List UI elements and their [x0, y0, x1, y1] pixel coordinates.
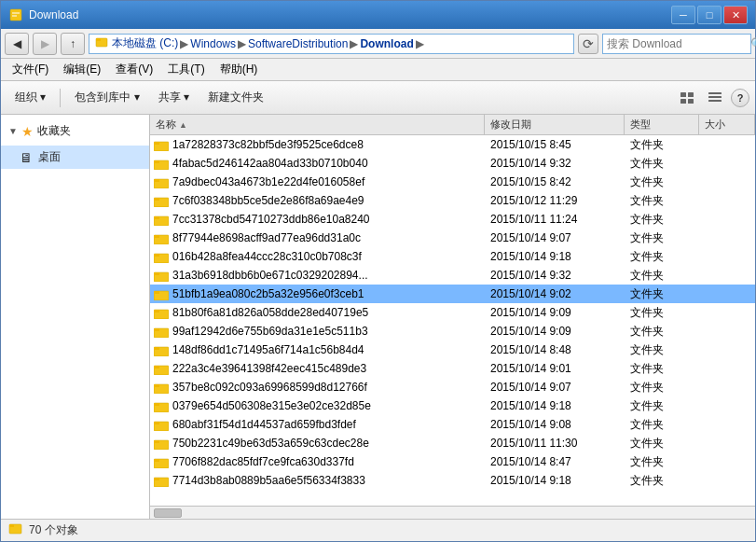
- file-name-text: 750b2231c49be63d53a659c63cdec28e: [172, 437, 369, 450]
- table-row[interactable]: 0379e654d506308e315e3e02ce32d85e 2015/10…: [150, 396, 755, 415]
- file-date-cell: 2015/10/14 9:09: [485, 306, 625, 319]
- close-button[interactable]: ✕: [723, 6, 748, 24]
- organize-button[interactable]: 组织 ▾: [7, 85, 54, 111]
- forward-button[interactable]: ▶: [33, 33, 57, 55]
- search-icon[interactable]: 🔍: [750, 37, 756, 50]
- table-row[interactable]: 1a72828373c82bbf5de3f9525ce6dce8 2015/10…: [150, 135, 755, 154]
- address-bar: ◀ ▶ ↑ 本地磁盘 (C:) ▶ Windows ▶ SoftwareDist…: [1, 29, 755, 59]
- file-date-cell: 2015/10/11 11:30: [485, 437, 625, 450]
- minimize-button[interactable]: ─: [671, 6, 695, 24]
- search-box[interactable]: 🔍: [602, 34, 751, 54]
- file-name-text: 0379e654d506308e315e3e02ce32d85e: [172, 399, 371, 412]
- folder-icon: [154, 455, 169, 468]
- table-row[interactable]: 7706f882dac85fdf7ce9fca630d337fd 2015/10…: [150, 452, 755, 471]
- col-header-type[interactable]: 类型: [625, 115, 699, 134]
- file-name-cell: 8f77944e8698acff9ad77ea96dd31a0c: [150, 231, 485, 244]
- file-type-cell: 文件夹: [625, 473, 699, 489]
- favorites-section: ▼ ★ 收藏夹: [1, 120, 149, 142]
- table-row[interactable]: 7a9dbec043a4673b1e22d4fe016058ef 2015/10…: [150, 173, 755, 191]
- table-row[interactable]: 7714d3b8ab0889b5aa6e5f56334f3833 2015/10…: [150, 471, 755, 490]
- folder-icon: [154, 325, 169, 338]
- maximize-button[interactable]: □: [697, 6, 722, 24]
- table-row[interactable]: 31a3b6918dbb6b0e671c0329202894... 2015/1…: [150, 266, 755, 285]
- sidebar-item-desktop[interactable]: 🖥 桌面: [1, 146, 149, 169]
- file-type-cell: 文件夹: [625, 454, 699, 470]
- menu-edit[interactable]: 编辑(E): [56, 60, 108, 79]
- table-row[interactable]: 81b80f6a81d826a058dde28ed40719e5 2015/10…: [150, 303, 755, 322]
- folder-icon: [154, 474, 169, 487]
- svg-rect-7: [708, 92, 722, 94]
- explorer-window: Download ─ □ ✕ ◀ ▶ ↑ 本地磁盘 (C:) ▶ Windows…: [0, 0, 756, 542]
- folder-icon: [154, 231, 169, 244]
- back-button[interactable]: ◀: [5, 33, 29, 55]
- table-row[interactable]: 7c6f038348bb5ce5de2e86f8a69ae4e9 2015/10…: [150, 191, 755, 210]
- menu-tools[interactable]: 工具(T): [160, 60, 212, 79]
- file-type-cell: 文件夹: [625, 380, 699, 396]
- table-row[interactable]: 222a3c4e39641398f42eec415c489de3 2015/10…: [150, 359, 755, 378]
- col-header-size[interactable]: 大小: [699, 115, 755, 134]
- view-details-button[interactable]: [703, 86, 727, 110]
- up-button[interactable]: ↑: [61, 33, 85, 55]
- toolbar-separator-1: [60, 89, 61, 107]
- refresh-button[interactable]: ⟳: [578, 34, 598, 54]
- file-date-cell: 2015/10/15 8:42: [485, 175, 625, 188]
- col-header-date[interactable]: 修改日期: [485, 115, 625, 134]
- file-date-cell: 2015/10/14 9:18: [485, 474, 625, 487]
- hscroll-thumb[interactable]: [154, 508, 182, 518]
- svg-rect-45: [154, 459, 159, 462]
- file-name-text: 51bfb1a9ea080c2b5a32e956e0f3ceb1: [172, 287, 364, 300]
- file-name-text: 8f77944e8698acff9ad77ea96dd31a0c: [172, 231, 361, 244]
- table-row[interactable]: 8f77944e8698acff9ad77ea96dd31a0c 2015/10…: [150, 229, 755, 247]
- file-name-cell: 148df86dd1c71495a6f714a1c56b84d4: [150, 343, 485, 356]
- view-toggle-button[interactable]: [675, 86, 699, 110]
- folder-icon: [154, 269, 169, 282]
- file-type-cell: 文件夹: [625, 398, 699, 414]
- file-name-text: 680abf31f54d1d44537ad659fbd3fdef: [172, 418, 356, 431]
- file-list[interactable]: 1a72828373c82bbf5de3f9525ce6dce8 2015/10…: [150, 135, 755, 506]
- file-name-text: 7a9dbec043a4673b1e22d4fe016058ef: [172, 175, 364, 188]
- address-path[interactable]: 本地磁盘 (C:) ▶ Windows ▶ SoftwareDistributi…: [89, 34, 574, 54]
- help-button[interactable]: ?: [731, 89, 749, 107]
- table-row[interactable]: 357be8c092c093a69968599d8d12766f 2015/10…: [150, 378, 755, 396]
- view-list-icon: [680, 90, 694, 105]
- table-row[interactable]: 4fabac5d246142aa804ad33b0710b040 2015/10…: [150, 154, 755, 173]
- file-name-text: 016b428a8fea44ccc28c310c0b708c3f: [172, 250, 362, 263]
- folder-icon: [154, 418, 169, 431]
- new-folder-button[interactable]: 新建文件夹: [199, 85, 272, 111]
- menu-file[interactable]: 文件(F): [5, 60, 56, 79]
- breadcrumb-windows[interactable]: Windows: [190, 37, 236, 50]
- svg-rect-39: [154, 403, 159, 406]
- file-name-cell: 016b428a8fea44ccc28c310c0b708c3f: [150, 250, 485, 263]
- file-date-cell: 2015/10/14 9:02: [485, 287, 625, 300]
- view-details-icon: [708, 90, 722, 105]
- file-type-cell: 文件夹: [625, 156, 699, 172]
- breadcrumb-softwaredistribution[interactable]: SoftwareDistribution: [248, 37, 348, 50]
- menu-help[interactable]: 帮助(H): [213, 60, 266, 79]
- file-type-cell: 文件夹: [625, 174, 699, 190]
- file-name-text: 81b80f6a81d826a058dde28ed40719e5: [172, 306, 368, 319]
- window-title: Download: [29, 8, 78, 21]
- horizontal-scrollbar[interactable]: [150, 506, 755, 519]
- library-button[interactable]: 包含到库中 ▾: [66, 85, 147, 111]
- table-row[interactable]: 148df86dd1c71495a6f714a1c56b84d4 2015/10…: [150, 340, 755, 359]
- breadcrumb-local-disk[interactable]: 本地磁盘 (C:): [112, 35, 178, 51]
- svg-rect-47: [154, 478, 159, 480]
- file-name-cell: 4fabac5d246142aa804ad33b0710b040: [150, 157, 485, 170]
- table-row[interactable]: 016b428a8fea44ccc28c310c0b708c3f 2015/10…: [150, 247, 755, 266]
- share-button[interactable]: 共享 ▾: [150, 85, 198, 111]
- table-row[interactable]: 99af12942d6e755b69da31e1e5c511b3 2015/10…: [150, 322, 755, 340]
- breadcrumb-download[interactable]: Download: [360, 37, 413, 50]
- svg-rect-13: [154, 160, 159, 163]
- file-name-text: 99af12942d6e755b69da31e1e5c511b3: [172, 325, 368, 338]
- search-input[interactable]: [607, 37, 747, 50]
- menu-view[interactable]: 查看(V): [108, 60, 160, 79]
- table-row[interactable]: 51bfb1a9ea080c2b5a32e956e0f3ceb1 2015/10…: [150, 285, 755, 303]
- table-row[interactable]: 680abf31f54d1d44537ad659fbd3fdef 2015/10…: [150, 415, 755, 434]
- svg-rect-25: [154, 272, 159, 275]
- table-row[interactable]: 7cc31378cbd54710273ddb86e10a8240 2015/10…: [150, 210, 755, 229]
- desktop-label: 桌面: [38, 149, 61, 165]
- col-header-name[interactable]: 名称 ▲: [150, 115, 485, 134]
- table-row[interactable]: 750b2231c49be63d53a659c63cdec28e 2015/10…: [150, 434, 755, 452]
- file-name-text: 1a72828373c82bbf5de3f9525ce6dce8: [172, 138, 364, 151]
- favorites-header[interactable]: ▼ ★ 收藏夹: [1, 120, 149, 142]
